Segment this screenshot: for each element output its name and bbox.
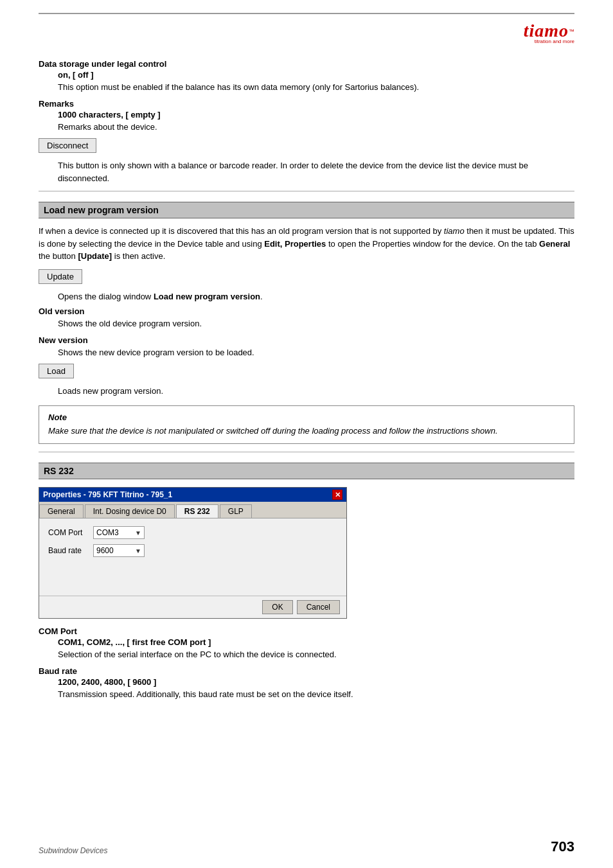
baud-rate-field-label: Baud rate xyxy=(48,546,93,555)
section-divider-1 xyxy=(39,191,574,191)
data-storage-section: Data storage under legal control on, [ o… xyxy=(39,59,574,94)
logo-area: tiamo™ titration and more xyxy=(39,21,574,53)
dialog-title-text: Properties - 795 KFT Titrino - 795_1 xyxy=(43,490,172,499)
note-title: Note xyxy=(48,412,565,422)
dialog-cancel-button[interactable]: Cancel xyxy=(297,600,340,614)
data-storage-label: Data storage under legal control xyxy=(39,59,574,69)
note-box: Note Make sure that the device is not ma… xyxy=(39,405,574,445)
baud-rate-value: 9600 xyxy=(96,546,114,555)
dialog-close-button[interactable]: ✕ xyxy=(332,490,342,500)
old-version-section: Old version Shows the old device program… xyxy=(39,306,574,330)
new-version-section: New version Shows the new device program… xyxy=(39,335,574,359)
baud-rate-label: Baud rate xyxy=(39,666,574,676)
remarks-desc: Remarks about the device. xyxy=(58,121,574,134)
baud-rate-desc: Transmission speed. Additionally, this b… xyxy=(58,688,574,701)
new-version-label: New version xyxy=(39,335,574,345)
old-version-label: Old version xyxy=(39,306,574,316)
logo-tm: ™ xyxy=(569,28,574,35)
baud-rate-dropdown-arrow: ▼ xyxy=(135,547,141,554)
tab-rs232[interactable]: RS 232 xyxy=(176,504,218,518)
com-port-field-label: COM Port xyxy=(48,528,93,537)
baud-rate-options: 1200, 2400, 4800, [ 9600 ] xyxy=(58,677,574,687)
update-desc: Opens the dialog window Load new program… xyxy=(58,290,574,303)
section-divider-2 xyxy=(39,452,574,452)
load-new-program-header: Load new program version xyxy=(39,202,574,218)
page-container: tiamo™ titration and more Data storage u… xyxy=(0,0,613,868)
tab-glp[interactable]: GLP xyxy=(220,504,252,518)
load-button[interactable]: Load xyxy=(39,364,74,378)
baud-rate-input[interactable]: 9600 ▼ xyxy=(93,544,145,557)
logo-container: tiamo™ titration and more xyxy=(497,21,574,53)
com-port-options: COM1, COM2, ..., [ first free COM port ] xyxy=(58,637,574,647)
load-desc: Loads new program version. xyxy=(58,385,574,398)
tab-general[interactable]: General xyxy=(39,504,84,518)
com-port-row: COM Port COM3 ▼ xyxy=(48,526,337,539)
baud-rate-row: Baud rate 9600 ▼ xyxy=(48,544,337,557)
disconnect-desc: This button is only shown with a balance… xyxy=(58,159,574,184)
load-intro-text: If when a device is connected up it is d… xyxy=(39,225,574,263)
properties-dialog: Properties - 795 KFT Titrino - 795_1 ✕ G… xyxy=(39,487,347,619)
data-storage-desc: This option must be enabled if the balan… xyxy=(58,81,574,94)
dialog-content: COM Port COM3 ▼ Baud rate 9600 ▼ xyxy=(39,518,346,596)
tab-int-dosing[interactable]: Int. Dosing device D0 xyxy=(85,504,175,518)
remarks-label: Remarks xyxy=(39,99,574,109)
new-version-desc: Shows the new device program version to … xyxy=(58,346,574,359)
com-port-label: COM Port xyxy=(39,626,574,636)
logo-text: tiamo xyxy=(524,21,569,40)
disconnect-button[interactable]: Disconnect xyxy=(39,138,96,153)
page-footer: Subwindow Devices 703 xyxy=(39,838,574,855)
data-storage-value: on, [ off ] xyxy=(58,70,574,80)
com-port-desc: Selection of the serial interface on the… xyxy=(58,648,574,661)
dialog-ok-button[interactable]: OK xyxy=(262,600,292,614)
dialog-title-bar: Properties - 795 KFT Titrino - 795_1 ✕ xyxy=(39,488,346,502)
rs232-header: RS 232 xyxy=(39,463,574,479)
old-version-desc: Shows the old device program version. xyxy=(58,317,574,330)
note-text: Make sure that the device is not manipul… xyxy=(48,425,565,438)
logo-tagline: titration and more xyxy=(497,39,574,44)
footer-subwindow: Subwindow Devices xyxy=(39,846,107,855)
dialog-tabs: General Int. Dosing device D0 RS 232 GLP xyxy=(39,502,346,518)
update-button[interactable]: Update xyxy=(39,269,82,284)
com-port-value: COM3 xyxy=(96,528,119,537)
baud-rate-section: Baud rate 1200, 2400, 4800, [ 9600 ] Tra… xyxy=(39,666,574,701)
remarks-section: Remarks 1000 characters, [ empty ] Remar… xyxy=(39,99,574,134)
com-port-input[interactable]: COM3 ▼ xyxy=(93,526,145,539)
top-border xyxy=(39,13,574,14)
com-port-section: COM Port COM1, COM2, ..., [ first free C… xyxy=(39,626,574,661)
dialog-footer: OK Cancel xyxy=(39,596,346,618)
remarks-value: 1000 characters, [ empty ] xyxy=(58,110,574,120)
page-number: 703 xyxy=(551,838,574,855)
com-port-dropdown-arrow: ▼ xyxy=(135,529,141,536)
